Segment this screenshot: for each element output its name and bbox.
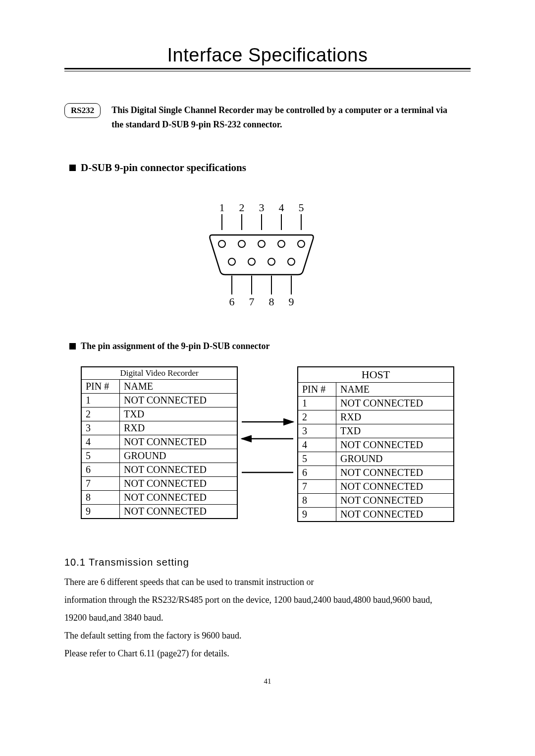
rs232-line1: This Digital Single Channel Recorder may…	[111, 105, 447, 115]
page-title: Interface Specifications	[64, 45, 471, 66]
table-row: 7NOT CONNECTED	[298, 479, 454, 493]
dvr-pin-table: Digital Video Recorder PIN # NAME 1NOT C…	[81, 366, 238, 519]
host-table-title: HOST	[298, 367, 454, 383]
table-row: 9NOT CONNECTED	[81, 504, 237, 519]
table-row: 3RXD	[81, 421, 237, 435]
pin-label: 2	[239, 201, 245, 214]
svg-point-7	[258, 240, 265, 247]
table-row: 1NOT CONNECTED	[298, 396, 454, 410]
table-row: 2RXD	[298, 410, 454, 424]
col-header-pin: PIN #	[81, 379, 120, 393]
table-row: 7NOT CONNECTED	[81, 476, 237, 490]
table-row: 5GROUND	[81, 449, 237, 463]
svg-point-6	[238, 240, 245, 247]
section-10-1-body: There are 6 different speeds that can be…	[64, 573, 471, 662]
section-10-1-heading: 10.1 Transmission setting	[64, 557, 471, 568]
rs232-section: RS232 This Digital Single Channel Record…	[64, 103, 471, 132]
pin-label: 9	[289, 295, 294, 308]
dsub-spec-heading: D-SUB 9-pin connector specifications	[69, 162, 471, 174]
pin-label: 8	[269, 295, 274, 308]
table-row: 1NOT CONNECTED	[81, 393, 237, 407]
arrows-svg	[238, 411, 297, 500]
svg-point-13	[288, 258, 295, 265]
body-line: There are 6 different speeds that can be…	[64, 573, 471, 591]
body-line: information through the RS232/RS485 port…	[64, 591, 471, 609]
svg-point-8	[278, 240, 285, 247]
title-rule-heavy	[64, 68, 471, 69]
rs232-line2: the standard D-SUB 9-pin RS-232 connecto…	[111, 119, 282, 129]
table-row: 4NOT CONNECTED	[81, 435, 237, 449]
host-pin-table: HOST PIN # NAME 1NOT CONNECTED 2RXD 3TXD…	[297, 366, 454, 522]
svg-point-11	[248, 258, 255, 265]
table-row: 3TXD	[298, 424, 454, 438]
dvr-table-title: Digital Video Recorder	[81, 367, 237, 380]
table-row: 5GROUND	[298, 452, 454, 465]
pin-label: 1	[219, 201, 225, 214]
table-row: 8NOT CONNECTED	[81, 490, 237, 504]
title-rule-light	[64, 71, 471, 71]
pin-label: 3	[259, 201, 265, 214]
pin-label: 6	[229, 295, 235, 308]
table-row: 9NOT CONNECTED	[298, 507, 454, 522]
col-header-name: NAME	[120, 379, 238, 393]
body-line: 19200 baud,and 3840 baud.	[64, 609, 471, 627]
square-bullet-icon	[69, 343, 76, 349]
svg-point-12	[268, 258, 275, 265]
table-row: 6NOT CONNECTED	[81, 463, 237, 476]
table-row: 2TXD	[81, 407, 237, 421]
rs232-badge: RS232	[64, 103, 101, 118]
page: Interface Specifications RS232 This Digi…	[0, 0, 535, 715]
col-header-name: NAME	[336, 382, 454, 396]
pin-label: 7	[249, 295, 255, 308]
pin-label: 4	[279, 201, 284, 214]
square-bullet-icon	[69, 165, 76, 171]
svg-point-10	[228, 258, 235, 265]
body-line: Please refer to Chart 6.11 (page27) for …	[64, 644, 471, 662]
table-row: 8NOT CONNECTED	[298, 493, 454, 507]
page-number: 41	[64, 677, 471, 686]
dsub-svg: 1 2 3 4 5	[203, 201, 332, 310]
connection-arrows	[238, 366, 297, 502]
pin-tables: Digital Video Recorder PIN # NAME 1NOT C…	[64, 366, 471, 522]
table-row: 6NOT CONNECTED	[298, 465, 454, 479]
table-row: 4NOT CONNECTED	[298, 438, 454, 452]
dsub-spec-heading-text: D-SUB 9-pin connector specifications	[81, 162, 246, 174]
body-line: The default setting from the factory is …	[64, 627, 471, 644]
svg-point-5	[218, 240, 225, 247]
pin-assignment-heading: The pin assignment of the 9-pin D-SUB co…	[69, 341, 471, 351]
pin-label: 5	[299, 201, 304, 214]
col-header-pin: PIN #	[298, 382, 336, 396]
svg-point-9	[298, 240, 305, 247]
rs232-description: This Digital Single Channel Recorder may…	[111, 103, 447, 132]
dsub-connector-diagram: 1 2 3 4 5	[64, 201, 471, 312]
pin-assignment-heading-text: The pin assignment of the 9-pin D-SUB co…	[81, 341, 270, 351]
